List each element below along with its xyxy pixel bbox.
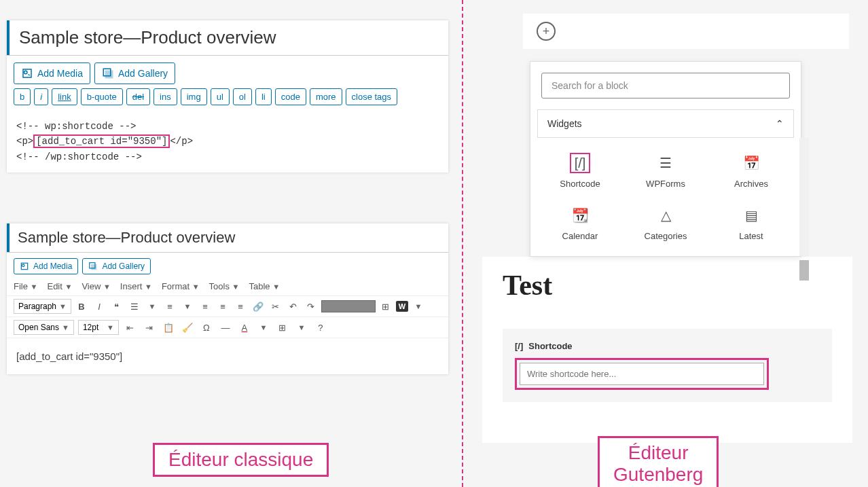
code-line: <p>[add_to_cart id="9350"]</p> bbox=[16, 134, 439, 149]
menu-edit[interactable]: Edit ▼ bbox=[47, 281, 72, 291]
title-row bbox=[7, 223, 448, 253]
textcolor-dropdown[interactable]: ▼ bbox=[256, 320, 271, 335]
media-toolbar: Add Media Add Gallery bbox=[7, 253, 448, 277]
word-button[interactable]: W bbox=[396, 301, 408, 312]
tag-i[interactable]: i bbox=[34, 88, 48, 105]
add-gallery-label: Add Gallery bbox=[118, 68, 168, 79]
link-button[interactable]: 🔗 bbox=[251, 299, 266, 314]
tinymce-toolbar-2: Open Sans▼ 12pt▼ ⇤ ⇥ 📋 🧹 Ω — A ▼ ⊞ ▼ ? bbox=[7, 317, 448, 338]
scrollbar-track[interactable] bbox=[799, 138, 809, 256]
more-button[interactable]: ⊞ bbox=[378, 299, 393, 314]
textcolor-button[interactable]: A bbox=[237, 320, 252, 335]
menu-view[interactable]: View ▼ bbox=[82, 281, 110, 291]
widget-shortcode[interactable]: [/] Shortcode bbox=[540, 147, 620, 194]
widget-categories[interactable]: △ Categories bbox=[626, 200, 706, 247]
scrollbar-thumb[interactable] bbox=[799, 260, 809, 281]
tag-li[interactable]: li bbox=[255, 88, 272, 105]
block-search-input[interactable]: Search for a block bbox=[541, 73, 790, 98]
title-row bbox=[7, 20, 448, 56]
media-toolbar: Add Media Add Gallery bbox=[7, 56, 448, 88]
tag-link[interactable]: link bbox=[52, 88, 77, 105]
post-title-input[interactable] bbox=[10, 20, 448, 55]
menu-table[interactable]: Table ▼ bbox=[249, 281, 280, 291]
shortcode-input[interactable] bbox=[520, 363, 764, 385]
bold-button[interactable]: B bbox=[74, 299, 89, 314]
tag-closetags[interactable]: close tags bbox=[346, 88, 398, 105]
chevron-up-icon: ⌃ bbox=[776, 118, 784, 129]
tag-ins[interactable]: ins bbox=[153, 88, 177, 105]
classic-editor-panel: Add Media Add Gallery b i link b-quote d… bbox=[7, 20, 448, 401]
classic-editor-visual: Add Media Add Gallery File ▼ Edit ▼ View… bbox=[7, 223, 448, 374]
font-dropdown[interactable]: Open Sans▼ bbox=[14, 320, 74, 335]
menu-tools[interactable]: Tools ▼ bbox=[209, 281, 240, 291]
clear-button[interactable]: 🧹 bbox=[180, 320, 195, 335]
paste-button[interactable]: 📋 bbox=[161, 320, 176, 335]
menu-format[interactable]: Format ▼ bbox=[162, 281, 200, 291]
align-center-button[interactable]: ≡ bbox=[215, 299, 230, 314]
tag-bquote[interactable]: b-quote bbox=[81, 88, 123, 105]
archives-icon: 📅 bbox=[741, 153, 761, 173]
indent-button[interactable]: ⇥ bbox=[142, 320, 157, 335]
classic-editor-label: Éditeur classique bbox=[153, 443, 329, 477]
size-dropdown[interactable]: 12pt▼ bbox=[78, 320, 119, 335]
post-title-input[interactable] bbox=[10, 223, 448, 252]
svg-rect-6 bbox=[91, 264, 96, 270]
undo-button[interactable]: ↶ bbox=[286, 299, 301, 314]
tag-more[interactable]: more bbox=[310, 88, 342, 105]
numlist-dropdown[interactable]: ▼ bbox=[180, 299, 195, 314]
help-button[interactable]: ? bbox=[313, 320, 328, 335]
hr-button[interactable]: — bbox=[218, 320, 233, 335]
gallery-icon bbox=[102, 67, 114, 79]
redo-button[interactable]: ↷ bbox=[304, 299, 319, 314]
add-media-button[interactable]: Add Media bbox=[14, 258, 78, 274]
visual-editor-content[interactable]: [add_to_cart id="9350"] bbox=[7, 338, 448, 374]
menu-file[interactable]: File ▼ bbox=[14, 281, 37, 291]
widget-grid: [/] Shortcode ☰ WPForms 📅 Archives 📆 Cal… bbox=[530, 138, 801, 256]
tag-ul[interactable]: ul bbox=[211, 88, 230, 105]
color-swatch[interactable] bbox=[321, 300, 376, 312]
bullist-button[interactable]: ☰ bbox=[127, 299, 142, 314]
add-gallery-button[interactable]: Add Gallery bbox=[82, 258, 151, 274]
outdent-button[interactable]: ⇤ bbox=[123, 320, 138, 335]
add-media-button[interactable]: Add Media bbox=[14, 62, 90, 84]
specialchar-button[interactable]: Ω bbox=[199, 320, 214, 335]
table-dropdown[interactable]: ▼ bbox=[294, 320, 309, 335]
vertical-divider bbox=[462, 0, 463, 487]
italic-button[interactable]: I bbox=[92, 299, 107, 314]
numlist-button[interactable]: ≡ bbox=[162, 299, 177, 314]
align-right-button[interactable]: ≡ bbox=[233, 299, 248, 314]
gutenberg-editor-label: ÉditeurGutenberg bbox=[598, 436, 719, 487]
post-title[interactable]: Test bbox=[503, 269, 832, 302]
word-dropdown[interactable]: ▼ bbox=[411, 299, 426, 314]
menu-insert[interactable]: Insert ▼ bbox=[120, 281, 152, 291]
table-button[interactable]: ⊞ bbox=[275, 320, 290, 335]
gallery-icon bbox=[88, 261, 98, 271]
widget-wpforms[interactable]: ☰ WPForms bbox=[626, 147, 706, 194]
format-dropdown[interactable]: Paragraph▼ bbox=[14, 299, 71, 314]
latest-icon: ▤ bbox=[741, 205, 761, 226]
tag-del[interactable]: del bbox=[126, 88, 150, 105]
quicktags-toolbar: b i link b-quote del ins img ul ol li co… bbox=[7, 88, 448, 111]
shortcode-block-label: [/] Shortcode bbox=[515, 341, 820, 351]
add-gallery-button[interactable]: Add Gallery bbox=[94, 62, 175, 84]
gutenberg-top-bar: + bbox=[523, 14, 849, 49]
tag-b[interactable]: b bbox=[14, 88, 31, 105]
align-left-button[interactable]: ≡ bbox=[198, 299, 213, 314]
widget-calendar[interactable]: 📆 Calendar bbox=[540, 200, 620, 247]
add-block-button[interactable]: + bbox=[537, 22, 556, 41]
tag-code[interactable]: code bbox=[275, 88, 306, 105]
widget-latest[interactable]: ▤ Latest bbox=[711, 200, 791, 247]
bullist-dropdown[interactable]: ▼ bbox=[145, 299, 160, 314]
tag-img[interactable]: img bbox=[181, 88, 207, 105]
quote-button[interactable]: ❝ bbox=[109, 299, 124, 314]
tinymce-menubar: File ▼ Edit ▼ View ▼ Insert ▼ Format ▼ T… bbox=[7, 277, 448, 296]
gutenberg-content: Test [/] Shortcode bbox=[482, 257, 852, 443]
shortcode-highlight: [add_to_cart id="9350"] bbox=[33, 134, 170, 148]
html-editor-textarea[interactable]: <!-- wp:shortcode --> <p>[add_to_cart id… bbox=[7, 111, 448, 173]
unlink-button[interactable]: ✂ bbox=[268, 299, 283, 314]
tag-ol[interactable]: ol bbox=[233, 88, 252, 105]
widget-archives[interactable]: 📅 Archives bbox=[711, 147, 791, 194]
widgets-accordion[interactable]: Widgets ⌃ bbox=[537, 109, 794, 138]
shortcode-icon: [/] bbox=[570, 153, 590, 173]
wpforms-icon: ☰ bbox=[655, 153, 676, 173]
